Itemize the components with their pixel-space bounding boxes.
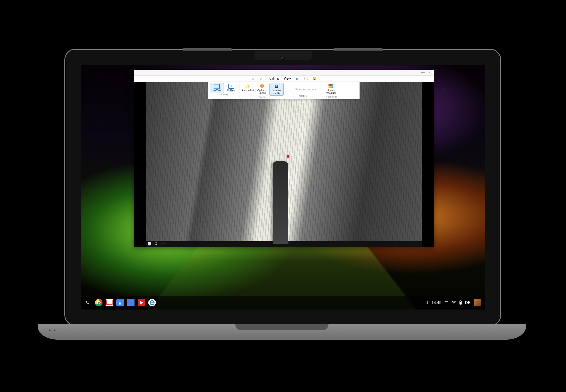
menubar-actions-tab[interactable]: Actions [267, 76, 280, 81]
original-size-icon [228, 84, 234, 88]
svg-rect-18 [460, 302, 461, 304]
svg-rect-11 [164, 243, 165, 245]
ribbon-group-monitors: Show remote cursor Monitors [285, 82, 321, 99]
window-minimize-button[interactable]: — [421, 71, 425, 74]
ribbon-group-quality: ✨ Auto select 🎨 Optimize Speed 🖼 Optimiz… [240, 82, 285, 99]
svg-rect-10 [162, 243, 163, 245]
ribbon-best-fit-button[interactable]: Best Fit [210, 83, 224, 93]
tab-icon[interactable] [445, 301, 448, 305]
menubar-home-button[interactable]: ⌂ [259, 76, 265, 81]
hinge-decoration [183, 48, 383, 51]
teamviewer-remote-window[interactable]: — ✕ ✕ ⌂ Actions View [134, 70, 434, 247]
ribbon-auto-select-button[interactable]: ✨ Auto select [241, 83, 255, 96]
svg-line-9 [157, 244, 158, 245]
remote-windows-taskbar[interactable] [146, 241, 422, 247]
svg-rect-5 [150, 242, 151, 244]
magic-wand-icon: ✨ [245, 84, 251, 88]
ribbon-group-scaling: Best Fit Original Scaling [209, 82, 240, 99]
windows-search-icon[interactable] [155, 242, 159, 246]
ribbon-group-performance: Screen resolution Performance [321, 82, 341, 99]
window-close-button[interactable]: ✕ [428, 71, 432, 74]
close-icon: ✕ [252, 77, 255, 81]
svg-line-13 [89, 303, 90, 305]
svg-rect-7 [150, 244, 151, 245]
svg-rect-1 [331, 84, 333, 86]
window-titlebar[interactable]: — ✕ [134, 70, 434, 76]
google-docs-app-icon[interactable] [127, 299, 134, 307]
emoji-icon: 😊 [313, 77, 316, 81]
laptop-frame: — ✕ ✕ ⌂ Actions View [64, 49, 501, 326]
svg-rect-17 [460, 301, 461, 301]
wifi-icon[interactable] [452, 301, 456, 304]
laptop-base [38, 324, 526, 340]
svg-rect-2 [328, 86, 331, 88]
gmail-app-icon[interactable] [106, 299, 113, 307]
menubar-actions-label: Actions [268, 77, 279, 81]
shelf-clock[interactable]: 14:49 [432, 300, 442, 305]
svg-point-15 [453, 303, 454, 304]
wallpaper-climber-detail [286, 154, 289, 158]
svg-rect-3 [331, 86, 333, 88]
color-wheel-icon: 🎨 [259, 84, 265, 88]
ribbon-optimize-speed-label: Optimize Speed [256, 89, 268, 94]
laptop-screen: — ✕ ✕ ⌂ Actions View [81, 65, 485, 309]
menubar-view-tab[interactable]: View [282, 76, 292, 81]
menubar-devices-button[interactable]: 🖥 [294, 76, 300, 81]
ribbon-quality-group-label: Quality [259, 96, 266, 98]
remote-desktop-viewport[interactable] [134, 82, 434, 247]
ribbon-scaling-group-label: Scaling [220, 93, 228, 96]
windows-start-icon[interactable] [148, 242, 152, 246]
ribbon-performance-group-label: Performance [325, 96, 337, 98]
chrome-app-icon[interactable] [95, 299, 103, 307]
chat-icon: 💬 [304, 77, 308, 81]
ribbon-original-button[interactable]: Original [224, 83, 238, 93]
menubar-close-button[interactable]: ✕ [250, 76, 257, 81]
user-avatar-icon[interactable] [474, 299, 481, 307]
session-menubar: ✕ ⌂ Actions View 🖥 💬 [134, 76, 434, 82]
svg-point-8 [155, 243, 157, 245]
google-search-app-icon[interactable]: g [116, 299, 124, 307]
menubar-chat-button[interactable]: 💬 [303, 76, 309, 81]
ribbon-screen-resolution-button[interactable]: Screen resolution [323, 83, 340, 95]
show-remote-cursor-checkbox[interactable] [289, 88, 292, 91]
youtube-app-icon[interactable] [138, 299, 145, 307]
home-icon: ⌂ [260, 77, 264, 81]
ribbon-optimize-speed-button[interactable]: 🎨 Optimize Speed [255, 83, 269, 96]
ribbon-screen-resolution-label: Screen resolution [323, 89, 339, 94]
ribbon-auto-select-label: Auto select [242, 89, 254, 92]
svg-rect-0 [328, 84, 331, 86]
notification-count-badge[interactable]: 1 [426, 300, 428, 305]
best-fit-icon [214, 84, 220, 89]
teamviewer-app-icon[interactable] [148, 299, 156, 307]
remote-windows-desktop[interactable] [146, 82, 422, 247]
picture-icon: 🖼 [274, 84, 280, 89]
menubar-view-label: View [284, 77, 291, 80]
shelf-language-indicator[interactable]: DE [465, 300, 471, 305]
svg-point-12 [86, 301, 89, 304]
shelf-status-tray[interactable]: 1 14:49 [426, 299, 481, 307]
ribbon-monitors-group-label: Monitors [299, 95, 307, 97]
show-remote-cursor-label: Show remote cursor [295, 88, 318, 91]
menubar-feedback-button[interactable]: 😊 [311, 76, 317, 81]
battery-icon[interactable] [459, 300, 462, 305]
devices-icon: 🖥 [296, 77, 299, 81]
camera-lens [281, 56, 285, 60]
svg-rect-6 [148, 244, 149, 245]
view-ribbon: Best Fit Original Scaling [208, 82, 359, 99]
ribbon-optimize-quality-label: Optimize quality [270, 89, 283, 95]
windows-task-view-icon[interactable] [162, 242, 165, 246]
chromeos-shelf[interactable]: g 1 14:49 [81, 296, 485, 309]
svg-rect-14 [445, 302, 448, 304]
launcher-search-icon[interactable] [84, 299, 92, 307]
chromeos-desktop[interactable]: — ✕ ✕ ⌂ Actions View [81, 65, 485, 309]
ribbon-optimize-quality-button[interactable]: 🖼 Optimize quality [269, 83, 284, 96]
resolution-icon [328, 84, 334, 88]
svg-rect-4 [148, 242, 149, 244]
